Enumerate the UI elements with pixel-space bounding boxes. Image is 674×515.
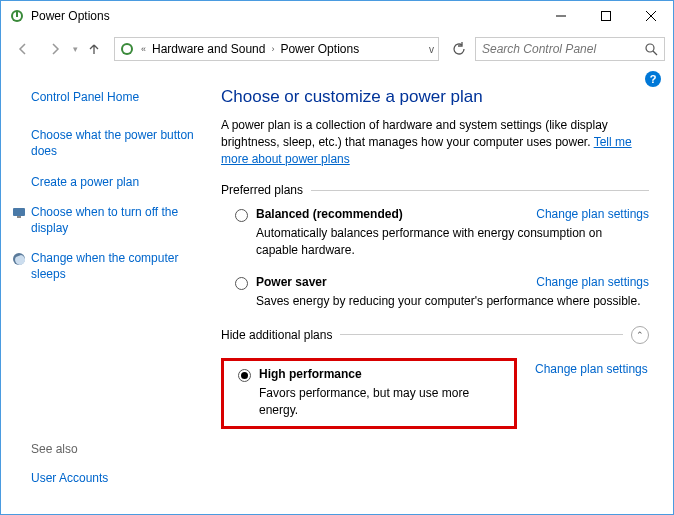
sidebar-power-button-link[interactable]: Choose what the power button does bbox=[31, 127, 197, 159]
balanced-change-link[interactable]: Change plan settings bbox=[536, 207, 649, 221]
address-bar[interactable]: « Hardware and Sound › Power Options v bbox=[114, 37, 439, 61]
up-button[interactable] bbox=[82, 37, 106, 61]
additional-plans-header: Hide additional plans ⌃ bbox=[221, 326, 649, 344]
titlebar: Power Options bbox=[1, 1, 673, 31]
saver-name: Power saver bbox=[256, 275, 524, 289]
search-input[interactable] bbox=[482, 42, 645, 56]
forward-button[interactable] bbox=[41, 35, 69, 63]
sidebar: Control Panel Home Choose what the power… bbox=[1, 81, 211, 514]
high-desc: Favors performance, but may use more ene… bbox=[259, 385, 506, 419]
svg-rect-11 bbox=[13, 208, 25, 216]
navbar: ▾ « Hardware and Sound › Power Options v bbox=[1, 31, 673, 67]
window: Power Options ▾ « Hardware and Sound › P… bbox=[0, 0, 674, 515]
user-accounts-link[interactable]: User Accounts bbox=[31, 470, 197, 486]
breadcrumb-sep-icon[interactable]: « bbox=[141, 44, 146, 54]
window-title: Power Options bbox=[31, 9, 538, 23]
divider bbox=[311, 190, 649, 191]
high-change-link[interactable]: Change plan settings bbox=[535, 362, 648, 376]
sleep-icon bbox=[11, 251, 27, 267]
saver-desc: Saves energy by reducing your computer's… bbox=[256, 293, 649, 310]
control-panel-home-link[interactable]: Control Panel Home bbox=[31, 89, 197, 105]
saver-radio[interactable] bbox=[235, 277, 248, 290]
see-also-label: See also bbox=[31, 442, 197, 456]
plan-high-performance-row: High performance Favors performance, but… bbox=[221, 354, 649, 430]
svg-line-10 bbox=[653, 51, 657, 55]
power-options-icon bbox=[119, 41, 135, 57]
high-name: High performance bbox=[259, 367, 506, 381]
maximize-button[interactable] bbox=[583, 1, 628, 31]
high-performance-radio[interactable] bbox=[238, 369, 251, 382]
svg-rect-2 bbox=[16, 12, 18, 17]
highlight-box: High performance Favors performance, but… bbox=[221, 358, 517, 430]
plan-balanced: Balanced (recommended) Change plan setti… bbox=[221, 207, 649, 259]
power-options-icon bbox=[9, 8, 25, 24]
collapse-icon[interactable]: ⌃ bbox=[631, 326, 649, 344]
breadcrumb-power[interactable]: Power Options bbox=[280, 42, 359, 56]
plan-power-saver: Power saver Change plan settings Saves e… bbox=[221, 275, 649, 310]
page-title: Choose or customize a power plan bbox=[221, 87, 649, 107]
saver-change-link[interactable]: Change plan settings bbox=[536, 275, 649, 289]
breadcrumb-hardware[interactable]: Hardware and Sound bbox=[152, 42, 265, 56]
sidebar-create-plan-link[interactable]: Create a power plan bbox=[31, 174, 197, 190]
chevron-right-icon[interactable]: › bbox=[271, 44, 274, 54]
minimize-button[interactable] bbox=[538, 1, 583, 31]
divider bbox=[340, 334, 623, 335]
svg-point-9 bbox=[646, 44, 654, 52]
preferred-plans-header: Preferred plans bbox=[221, 183, 649, 197]
display-icon bbox=[11, 205, 27, 221]
hide-additional-label: Hide additional plans bbox=[221, 328, 332, 342]
svg-point-8 bbox=[123, 45, 131, 53]
sidebar-sleep-link[interactable]: Change when the computer sleeps bbox=[31, 250, 197, 282]
search-box[interactable] bbox=[475, 37, 665, 61]
refresh-button[interactable] bbox=[447, 37, 471, 61]
address-dropdown-icon[interactable]: v bbox=[429, 44, 434, 55]
main-content: Choose or customize a power plan A power… bbox=[211, 81, 673, 514]
balanced-desc: Automatically balances performance with … bbox=[256, 225, 649, 259]
preferred-plans-label: Preferred plans bbox=[221, 183, 303, 197]
close-button[interactable] bbox=[628, 1, 673, 31]
content-body: ? Control Panel Home Choose what the pow… bbox=[1, 67, 673, 514]
balanced-radio[interactable] bbox=[235, 209, 248, 222]
back-button[interactable] bbox=[9, 35, 37, 63]
page-description: A power plan is a collection of hardware… bbox=[221, 117, 649, 167]
sidebar-turnoff-display-link[interactable]: Choose when to turn off the display bbox=[31, 204, 197, 236]
svg-rect-4 bbox=[601, 12, 610, 21]
balanced-name: Balanced (recommended) bbox=[256, 207, 524, 221]
recent-dropdown-icon[interactable]: ▾ bbox=[73, 44, 78, 54]
help-icon[interactable]: ? bbox=[645, 71, 661, 87]
svg-rect-12 bbox=[17, 216, 21, 218]
search-icon[interactable] bbox=[645, 43, 658, 56]
